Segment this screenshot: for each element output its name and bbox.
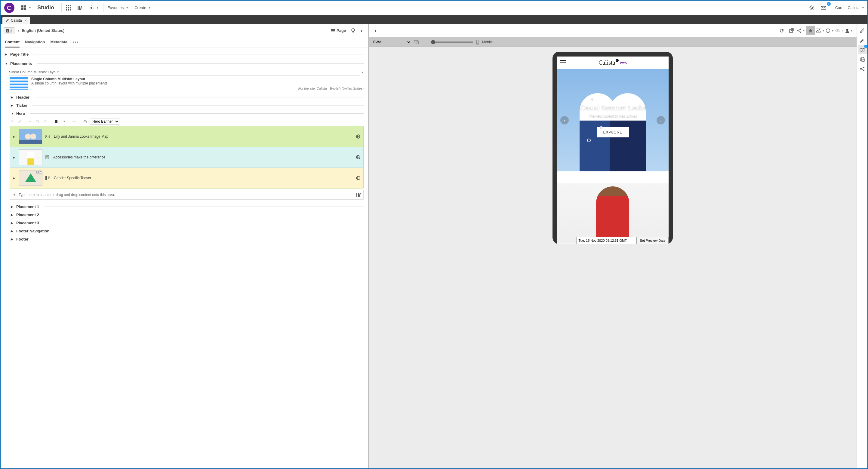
globe-icon[interactable] <box>356 155 360 159</box>
set-preview-date-button[interactable]: Set Preview Date <box>637 237 669 244</box>
svg-rect-1 <box>24 5 26 7</box>
svg-point-38 <box>30 133 36 139</box>
tab-content[interactable]: Content <box>5 40 20 48</box>
device-label: Mobile <box>482 40 493 44</box>
doctype-indicator[interactable]: Page <box>329 27 348 35</box>
placement-ticker[interactable]: ▶ Ticker <box>1 101 368 110</box>
persona-icon[interactable]: ▼ <box>844 26 854 35</box>
inbox-icon[interactable]: 4 <box>817 3 830 12</box>
svg-rect-73 <box>816 29 821 33</box>
paste-icon <box>43 119 49 124</box>
notification-badge: 4 <box>827 2 831 6</box>
placement-hero[interactable]: ▼ Hero <box>1 110 368 118</box>
document-tab-title: Calista <box>11 18 22 23</box>
svg-rect-14 <box>79 6 80 10</box>
image-hotspot[interactable] <box>611 130 614 134</box>
open-external-icon[interactable] <box>787 26 796 35</box>
svg-text:+: + <box>57 121 59 124</box>
viewtype-select[interactable]: Hero Banner <box>90 118 119 125</box>
user-menu[interactable]: Carol | Calista ▼ <box>832 4 867 12</box>
link-icon <box>71 119 77 124</box>
carousel-prev-icon[interactable]: ‹ <box>560 116 569 124</box>
apps-grid-icon[interactable] <box>63 3 74 12</box>
mobile-icon <box>476 40 479 44</box>
visibility-icon[interactable]: ▼ <box>835 26 844 35</box>
settings-gear-icon[interactable] <box>806 3 817 12</box>
globe-settings-icon[interactable] <box>858 55 867 64</box>
share-icon[interactable]: ▼ <box>797 26 805 35</box>
expand-right-icon[interactable]: › <box>372 25 379 36</box>
locale-caret[interactable]: ▼ <box>17 29 20 32</box>
section-placements[interactable]: ▼ Placements <box>1 59 368 68</box>
secondary-teaser[interactable] <box>557 183 669 244</box>
linklist-drop-area[interactable]: ＋ <box>10 190 364 199</box>
chevron-right-icon[interactable]: ▶ <box>13 135 16 138</box>
share-rail-icon[interactable] <box>858 64 867 73</box>
device-slider[interactable] <box>431 41 473 43</box>
layout-select[interactable]: Single Column Multislot Layout <box>9 69 360 76</box>
content-card[interactable]: ▶ Lilly and Janina Looks Image Map <box>10 126 363 147</box>
responsive-icon[interactable] <box>414 40 419 44</box>
slider-knob[interactable] <box>431 40 435 44</box>
placement-footer[interactable]: ▶ Footer <box>1 235 368 243</box>
collapse-left-icon[interactable]: ‹ <box>358 25 365 36</box>
globe-icon[interactable] <box>356 176 360 180</box>
content-card[interactable]: ▶ GIF Gender Specific Teaser <box>10 168 363 188</box>
document-tab-strip: Calista ✕ <box>1 15 867 24</box>
highlighter-icon[interactable] <box>858 26 867 35</box>
hero-subtitle: The new collection has arrived <box>588 114 637 118</box>
lock-icon[interactable] <box>83 119 88 124</box>
svg-point-18 <box>811 7 813 9</box>
time-travel-icon[interactable]: ▼ <box>825 26 834 35</box>
svg-text:1: 1 <box>7 29 8 32</box>
image-hotspot[interactable] <box>587 138 591 142</box>
chevron-right-icon[interactable]: ▶ <box>13 156 16 159</box>
chevron-down-icon[interactable]: ▼ <box>361 71 364 74</box>
marker-icon[interactable] <box>858 35 867 44</box>
feedback-icon[interactable]: 6 <box>858 45 867 54</box>
reload-icon[interactable] <box>777 26 786 35</box>
target-icon[interactable]: ▼ <box>86 3 102 12</box>
tab-metadata[interactable]: Metadata <box>51 40 67 48</box>
placement-header[interactable]: ▶ Header <box>1 93 368 101</box>
brand-badge-icon: C <box>616 59 619 62</box>
chevron-right-icon[interactable]: ▶ <box>13 177 16 180</box>
svg-rect-56 <box>45 176 47 180</box>
placement-1[interactable]: ▶ Placement 1 <box>1 202 368 211</box>
favorites-menu[interactable]: Favorites ▼ <box>105 4 131 12</box>
placement-footer-navigation[interactable]: ▶ Footer Navigation <box>1 227 368 235</box>
globe-icon[interactable] <box>356 134 360 138</box>
carousel-next-icon[interactable]: › <box>657 116 665 124</box>
locale-chip[interactable]: 12 <box>4 27 14 34</box>
image-overlay-icon[interactable]: ▼ <box>816 26 825 35</box>
create-content-icon[interactable]: + <box>54 119 60 124</box>
create-menu[interactable]: Create ▼ <box>131 4 154 12</box>
close-tab-icon[interactable]: ✕ <box>24 19 28 23</box>
lightbulb-icon[interactable] <box>348 26 358 35</box>
app-logo[interactable] <box>4 3 14 13</box>
content-card[interactable]: ▶ Accessories make the difference <box>10 147 363 168</box>
document-tab[interactable]: Calista ✕ <box>2 17 30 24</box>
open-library-icon[interactable] <box>356 193 361 197</box>
svg-rect-9 <box>70 7 71 8</box>
placement-label: Footer Navigation <box>16 229 50 233</box>
tab-navigation[interactable]: Navigation <box>25 40 45 48</box>
svg-point-16 <box>91 7 92 9</box>
preview-date-input[interactable] <box>576 237 637 244</box>
bookmark-star-icon[interactable] <box>806 26 815 35</box>
section-page-title[interactable]: ▶ Page Title <box>1 50 368 59</box>
tab-more[interactable]: ••• <box>73 40 79 48</box>
brand-logo[interactable]: Calista <box>598 59 615 66</box>
library-icon[interactable] <box>74 3 86 12</box>
add-icon[interactable]: ＋ <box>12 192 16 197</box>
chevron-down-icon[interactable]: ▼ <box>63 120 66 123</box>
hamburger-icon[interactable] <box>560 60 566 64</box>
hero-banner[interactable]: ‹ › Casual Summer Looks The new collecti… <box>557 69 669 171</box>
channel-select[interactable]: PWA <box>372 40 411 44</box>
dashboard-switcher[interactable]: ▼ <box>18 3 34 12</box>
mobile-header: Calista C PWA <box>557 57 669 69</box>
linklist-search-input[interactable] <box>19 193 354 197</box>
svg-line-71 <box>799 31 800 32</box>
placement-2[interactable]: ▶ Placement 2 <box>1 211 368 219</box>
placement-3[interactable]: ▶ Placement 3 <box>1 219 368 227</box>
